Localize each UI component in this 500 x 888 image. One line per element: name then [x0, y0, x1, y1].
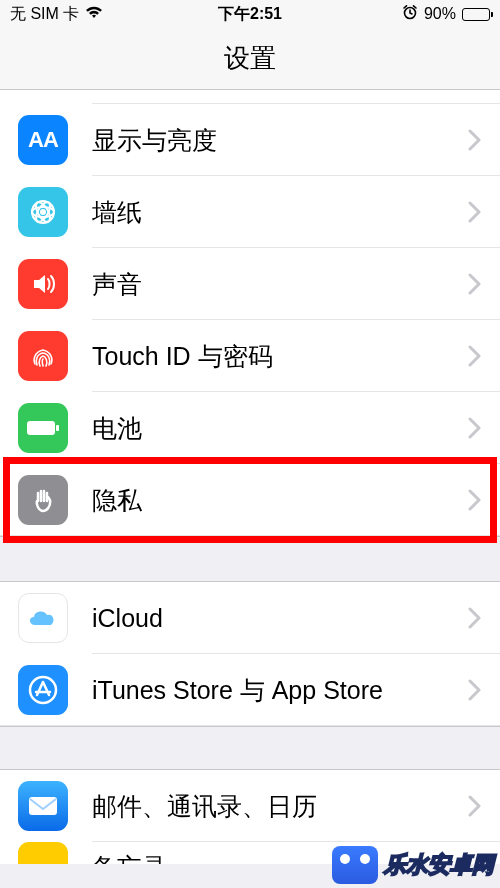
watermark-text: 乐水安卓网 [384, 850, 494, 880]
icloud-icon [18, 593, 68, 643]
row-label: iCloud [92, 604, 468, 633]
settings-row-sound[interactable]: 声音 [0, 248, 500, 320]
carrier-text: 无 SIM 卡 [10, 4, 79, 25]
settings-group-1: AA 显示与亮度 墙纸 声音 Touch ID 与密码 电池 [0, 90, 500, 536]
wifi-icon [85, 5, 103, 23]
group-separator [0, 536, 500, 582]
row-label: iTunes Store 与 App Store [92, 674, 468, 707]
svg-point-2 [40, 209, 46, 215]
privacy-hand-icon [18, 475, 68, 525]
battery-pct: 90% [424, 5, 456, 23]
group-separator [0, 726, 500, 770]
notes-icon [18, 842, 68, 864]
settings-row-display[interactable]: AA 显示与亮度 [0, 104, 500, 176]
row-label: 墙纸 [92, 196, 468, 229]
settings-row-wallpaper[interactable]: 墙纸 [0, 176, 500, 248]
svg-rect-9 [29, 797, 57, 815]
settings-row-touchid[interactable]: Touch ID 与密码 [0, 320, 500, 392]
partial-prev-row [0, 90, 500, 104]
settings-group-2: iCloud iTunes Store 与 App Store [0, 582, 500, 726]
row-label: 隐私 [92, 484, 468, 517]
chevron-right-icon [468, 345, 482, 367]
page-title: 设置 [224, 41, 276, 76]
status-time: 下午2:51 [218, 4, 282, 25]
nav-bar: 设置 [0, 28, 500, 90]
settings-row-icloud[interactable]: iCloud [0, 582, 500, 654]
chevron-right-icon [468, 489, 482, 511]
chevron-right-icon [468, 417, 482, 439]
chevron-right-icon [468, 201, 482, 223]
chevron-right-icon [468, 795, 482, 817]
watermark-logo-icon [332, 846, 378, 884]
row-label: 显示与亮度 [92, 124, 468, 157]
chevron-right-icon [468, 607, 482, 629]
chevron-right-icon [468, 129, 482, 151]
settings-row-itunes[interactable]: iTunes Store 与 App Store [0, 654, 500, 726]
alarm-icon [402, 4, 418, 24]
chevron-right-icon [468, 679, 482, 701]
wallpaper-icon [18, 187, 68, 237]
settings-row-battery[interactable]: 电池 [0, 392, 500, 464]
battery-icon [18, 403, 68, 453]
status-bar: 无 SIM 卡 下午2:51 90% [0, 0, 500, 28]
mail-icon [18, 781, 68, 831]
row-label: 声音 [92, 268, 468, 301]
settings-row-privacy[interactable]: 隐私 [0, 464, 500, 536]
fingerprint-icon [18, 331, 68, 381]
svg-rect-7 [56, 425, 59, 431]
settings-row-mail[interactable]: 邮件、通讯录、日历 [0, 770, 500, 842]
battery-icon [462, 8, 490, 21]
display-brightness-icon: AA [18, 115, 68, 165]
row-label: 电池 [92, 412, 468, 445]
row-label: 邮件、通讯录、日历 [92, 790, 468, 823]
row-label: Touch ID 与密码 [92, 340, 468, 373]
chevron-right-icon [468, 273, 482, 295]
sound-icon [18, 259, 68, 309]
watermark: 乐水安卓网 [332, 846, 494, 884]
appstore-icon [18, 665, 68, 715]
svg-rect-6 [27, 421, 55, 435]
